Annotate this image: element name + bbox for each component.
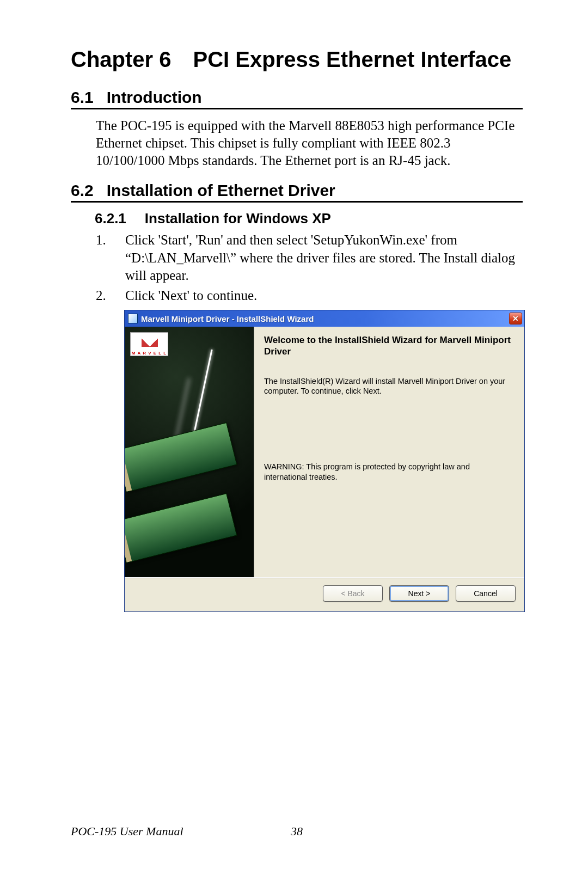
marvell-logo: M A R V E L L [130, 332, 168, 356]
page-footer: POC-195 User Manual 38 [71, 824, 523, 839]
section-heading: 6.1 Introduction [71, 88, 523, 109]
close-icon: ✕ [512, 314, 519, 323]
installshield-wizard-window: Marvell Miniport Driver - InstallShield … [124, 310, 525, 612]
chapter-title-text: PCI Express Ethernet Interface [193, 46, 523, 73]
list-item: 1. Click 'Start', 'Run' and then select … [96, 231, 523, 285]
section-heading: 6.2 Installation of Ethernet Driver [71, 181, 523, 203]
network-card-graphic [125, 423, 237, 492]
button-label: < Back [341, 589, 364, 598]
wizard-welcome-heading: Welcome to the InstallShield Wizard for … [264, 334, 514, 358]
wizard-button-row: < Back Next > Cancel [125, 577, 524, 611]
network-card-graphic [125, 493, 237, 563]
window-titlebar: Marvell Miniport Driver - InstallShield … [125, 310, 524, 327]
section-6-1: 6.1 Introduction The POC-195 is equipped… [71, 88, 523, 169]
wizard-description: The InstallShield(R) Wizard will install… [264, 376, 514, 397]
footer-doc-title: POC-195 User Manual [71, 824, 183, 839]
section-number: 6.1 [71, 88, 94, 107]
wizard-content: Welcome to the InstallShield Wizard for … [254, 327, 524, 577]
step-text: Click 'Start', 'Run' and then select 'Se… [125, 231, 523, 285]
wizard-warning-text: WARNING: This program is protected by co… [264, 462, 514, 482]
section-body-text: The POC-195 is equipped with the Marvell… [71, 117, 523, 169]
wizard-screenshot: Marvell Miniport Driver - InstallShield … [124, 310, 525, 612]
back-button[interactable]: < Back [323, 585, 383, 602]
subsection-title: Installation for Windows XP [145, 210, 331, 227]
wizard-body: M A R V E L L Welcome to the InstallShie… [125, 327, 524, 577]
footer-page-number: 38 [291, 824, 303, 839]
section-number: 6.2 [71, 181, 94, 200]
close-button[interactable]: ✕ [509, 313, 522, 325]
list-item: 2. Click 'Next' to continue. [96, 287, 523, 305]
subsection-heading: 6.2.1 Installation for Windows XP [71, 210, 523, 227]
step-text: Click 'Next' to continue. [125, 287, 257, 305]
window-icon [128, 314, 138, 323]
section-title: Introduction [107, 88, 202, 107]
step-number: 1. [96, 231, 109, 285]
subsection-number: 6.2.1 [95, 210, 126, 227]
section-title: Installation of Ethernet Driver [107, 181, 335, 200]
chapter-heading: Chapter 6 PCI Express Ethernet Interface [71, 46, 523, 73]
step-number: 2. [96, 287, 109, 305]
button-label: Next > [408, 589, 431, 598]
logo-text: M A R V E L L [132, 351, 167, 356]
chapter-number: Chapter 6 [71, 46, 171, 73]
window-title: Marvell Miniport Driver - InstallShield … [141, 314, 509, 323]
cancel-button[interactable]: Cancel [456, 585, 516, 602]
next-button[interactable]: Next > [389, 585, 449, 602]
step-list: 1. Click 'Start', 'Run' and then select … [71, 231, 523, 304]
button-label: Cancel [474, 589, 498, 598]
section-6-2: 6.2 Installation of Ethernet Driver 6.2.… [71, 181, 523, 612]
wizard-side-image: M A R V E L L [125, 327, 254, 577]
